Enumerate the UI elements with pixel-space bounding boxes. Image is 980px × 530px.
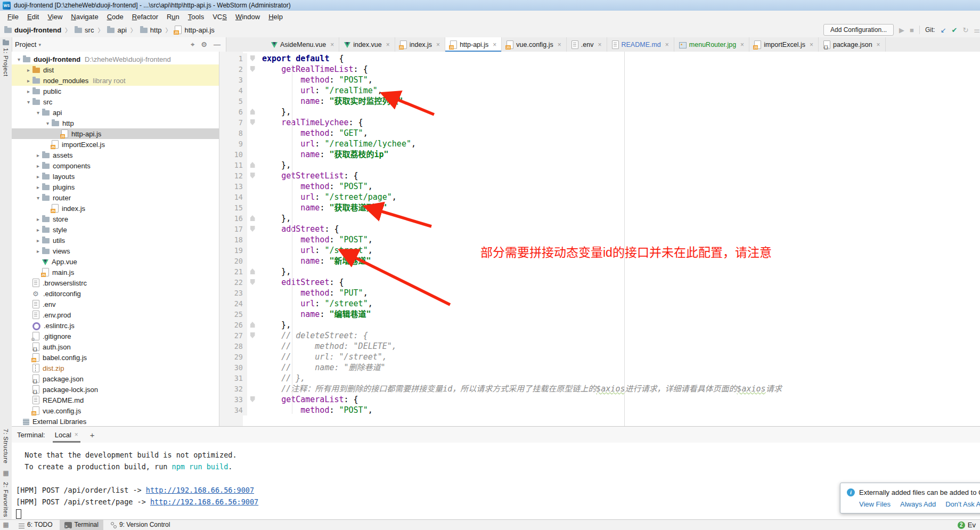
menu-code[interactable]: Code	[103, 12, 128, 22]
fold-glyph[interactable]	[250, 215, 255, 221]
fold-glyph[interactable]	[250, 173, 255, 178]
fold-marker-icon[interactable]	[247, 224, 258, 234]
event-log-label[interactable]: Ev	[968, 521, 976, 529]
tree-row[interactable]: importExcel.js	[12, 139, 219, 150]
tree-row[interactable]: babel.config.js	[12, 352, 219, 363]
menu-run[interactable]: Run	[162, 12, 184, 22]
tree-row[interactable]: .gitignore	[12, 331, 219, 341]
close-icon[interactable]: ×	[493, 41, 496, 48]
chevron-right-icon[interactable]: ▸	[24, 78, 32, 84]
fold-glyph[interactable]	[250, 226, 255, 232]
fold-glyph[interactable]	[250, 268, 255, 274]
terminal-tab[interactable]: Local×	[53, 427, 80, 443]
chevron-right-icon[interactable]: ▸	[34, 184, 42, 190]
close-icon[interactable]: ×	[665, 41, 669, 48]
terminal-link[interactable]: http://192.168.66.56:9007	[150, 498, 258, 506]
stripe-favorites-button[interactable]: 2: Favorites	[3, 482, 9, 517]
breadcrumb-item[interactable]: src	[85, 26, 94, 34]
fold-marker-icon[interactable]	[247, 320, 258, 330]
menu-window[interactable]: Window	[231, 12, 264, 22]
chevron-down-icon[interactable]: ▾	[24, 99, 32, 105]
update-project-icon[interactable]: ↙	[941, 26, 946, 34]
commit-icon[interactable]: ✔	[952, 26, 958, 34]
chevron-right-icon[interactable]: ▸	[24, 67, 32, 73]
project-toolwindow-header[interactable]: Project ▾ ⌖ ⚙ —	[12, 37, 226, 52]
fold-glyph[interactable]	[250, 66, 255, 72]
fold-marker-icon[interactable]	[247, 213, 258, 224]
menu-file[interactable]: File	[3, 12, 23, 22]
editor-tab[interactable]: package.json×	[819, 37, 886, 52]
menu-navigate[interactable]: Navigate	[67, 12, 102, 22]
fold-marker-icon[interactable]	[247, 277, 258, 288]
chevron-down-icon[interactable]: ▾	[38, 42, 41, 47]
tree-row[interactable]: .editorconfig	[12, 288, 219, 299]
menu-vcs[interactable]: VCS	[208, 12, 231, 22]
chevron-down-icon[interactable]: ▾	[34, 195, 42, 201]
terminal-panel[interactable]: Terminal: Local× + Note that the develop…	[12, 426, 980, 520]
chevron-right-icon[interactable]: ▸	[34, 227, 42, 233]
close-icon[interactable]: ×	[810, 41, 813, 48]
menu-tools[interactable]: Tools	[184, 12, 208, 22]
tree-row[interactable]: .env	[12, 299, 219, 309]
fold-marker-icon[interactable]	[247, 266, 258, 277]
chevron-right-icon[interactable]: ▸	[34, 248, 42, 254]
close-icon[interactable]: ×	[598, 41, 601, 48]
tree-row[interactable]: ▾src	[12, 96, 219, 107]
tree-row[interactable]: ▸utils	[12, 235, 219, 246]
terminal-link[interactable]: http://192.168.66.56:9007	[146, 486, 254, 494]
tree-row[interactable]: ▸public	[12, 86, 219, 96]
breadcrumb-item[interactable]: http	[150, 26, 162, 34]
stripe-project-button[interactable]: 1: Project	[3, 48, 9, 77]
stop-icon[interactable]: ■	[910, 26, 914, 34]
menu-help[interactable]: Help	[264, 12, 287, 22]
tree-row[interactable]: ▸store	[12, 214, 219, 224]
tree-row[interactable]: ▸views	[12, 246, 219, 256]
tree-row[interactable]: ▸layouts	[12, 171, 219, 182]
menu-refactor[interactable]: Refactor	[128, 12, 162, 22]
breadcrumb-item[interactable]: duoji-frontend	[14, 26, 61, 34]
tree-row[interactable]: ▸dist	[12, 64, 219, 75]
menu-edit[interactable]: Edit	[23, 12, 43, 22]
tree-row[interactable]: package-lock.json	[12, 384, 219, 395]
tree-row[interactable]: ▾duoji-frontendD:\zheheWeb\duoji-fronten…	[12, 54, 219, 64]
editor-tab[interactable]: index.vue×	[339, 37, 395, 52]
notification-action[interactable]: Always Add	[900, 500, 936, 508]
editor-tab[interactable]: http-api.js×	[445, 37, 502, 52]
tree-row[interactable]: index.js	[12, 203, 219, 214]
editor-tab[interactable]: vue.config.js×	[502, 37, 567, 52]
structure-icon[interactable]	[3, 469, 9, 477]
chevron-right-icon[interactable]: ▸	[34, 174, 42, 180]
tree-row[interactable]: auth.json	[12, 341, 219, 352]
fold-glyph[interactable]	[250, 322, 255, 328]
tree-row[interactable]: External Libraries	[12, 416, 219, 426]
chevron-right-icon[interactable]: ▸	[34, 216, 42, 222]
fold-glyph[interactable]	[250, 396, 255, 402]
toolwindow-switcher-icon[interactable]: ▦	[0, 520, 12, 530]
clipped-icon[interactable]: ⚌	[974, 26, 980, 34]
new-terminal-icon[interactable]: +	[88, 430, 97, 439]
editor-tab[interactable]: importExcel.js×	[749, 37, 819, 52]
terminal-output[interactable]: Note that the development build is not o…	[12, 443, 980, 519]
tree-row[interactable]: README.md	[12, 395, 219, 405]
toolwindow-button-6-todo[interactable]: 6: TODO	[14, 520, 58, 530]
editor-tab[interactable]: menuRouter.jpg×	[674, 37, 749, 52]
settings-icon[interactable]: ⚙	[199, 40, 209, 48]
add-configuration-button[interactable]: Add Configuration...	[823, 24, 894, 36]
fold-glyph[interactable]	[250, 279, 255, 285]
fold-marker-icon[interactable]	[247, 170, 258, 181]
run-icon[interactable]: ▶	[899, 26, 904, 34]
notification-action[interactable]: Don't Ask Again	[945, 500, 980, 508]
tree-row[interactable]: .eslintrc.js	[12, 320, 219, 331]
tree-row[interactable]: vue.config.js	[12, 405, 219, 416]
tree-row[interactable]: ▸assets	[12, 150, 219, 160]
editor-tab[interactable]: README.md×	[607, 37, 674, 52]
tree-row[interactable]: http-api.js	[12, 128, 219, 139]
close-icon[interactable]: ×	[330, 41, 334, 48]
breadcrumb-item[interactable]: api	[117, 26, 126, 34]
fold-glyph[interactable]	[250, 332, 255, 338]
tree-row[interactable]: ▾api	[12, 107, 219, 118]
tree-row[interactable]: ▸style	[12, 224, 219, 235]
tree-row[interactable]: ▾router	[12, 192, 219, 203]
close-icon[interactable]: ×	[386, 41, 390, 48]
chevron-down-icon[interactable]: ▾	[34, 110, 42, 116]
